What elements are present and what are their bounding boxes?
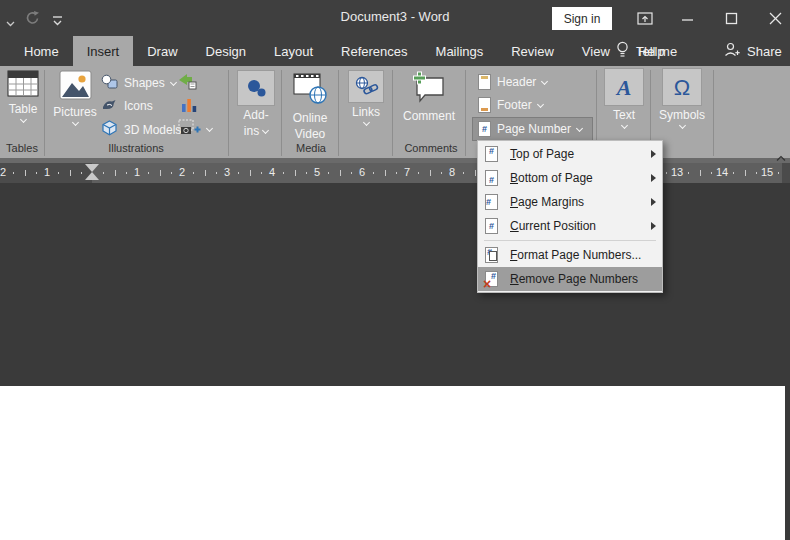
text-button[interactable]: A Text [601,68,647,128]
chart-button[interactable] [181,97,198,117]
submenu-arrow-icon [651,174,656,182]
ruler-number: 3 [224,166,230,178]
menu-separator [484,240,656,241]
icons-button[interactable]: Icons [101,97,153,115]
close-button[interactable] [760,0,790,36]
menu-item-top-of-page[interactable]: #Top of Page [478,142,662,166]
ruler-tick [36,172,37,174]
tell-me-button[interactable]: Tell me [616,36,677,66]
lightbulb-icon [616,41,629,61]
group-separator [713,70,714,156]
tab-design[interactable]: Design [192,36,260,66]
menu-item-label: Format Page Numbers... [510,248,641,262]
ruler[interactable]: 21123456789101112131415 [0,163,790,183]
menu-item-page-margins[interactable]: #Page Margins [478,190,662,214]
tab-review[interactable]: Review [497,36,568,66]
minimize-button[interactable] [672,0,702,36]
tell-me-label: Tell me [636,44,677,59]
tab-home[interactable]: Home [10,36,73,66]
ruler-number: 1 [134,166,140,178]
tab-references[interactable]: References [327,36,421,66]
ruler-tick [463,172,464,174]
pictures-icon [59,70,92,103]
group-separator [392,70,393,156]
document-page[interactable]: 1 [0,386,785,540]
3d-models-icon [101,120,118,139]
sign-in-button[interactable]: Sign in [552,7,612,30]
add-ins-icon [237,70,275,106]
chevron-down-icon [537,100,544,107]
menu-item-current-position[interactable]: #Current Position [478,214,662,238]
app-window: Document3 - Word Sign in HomeInsertDrawD… [0,0,790,540]
ruler-number: 5 [314,166,320,178]
current-position-icon: # [485,218,498,234]
ruler-tick [351,172,352,174]
ruler-tick [756,172,757,174]
tab-layout[interactable]: Layout [260,36,327,66]
smartart-button[interactable] [178,73,197,94]
first-line-indent-marker[interactable] [85,164,99,172]
group-separator [338,70,339,156]
submenu-arrow-icon [651,198,656,206]
pictures-label: Pictures [53,106,96,119]
symbols-button[interactable]: Ω Symbols [655,68,709,128]
comment-button[interactable]: Comment [398,70,460,123]
online-video-button[interactable]: Online Video [286,70,334,141]
page-number-icon: # [478,121,491,137]
ruler-number: 6 [359,166,365,178]
group-separator [281,70,282,156]
tab-mailings[interactable]: Mailings [422,36,498,66]
submenu-arrow-icon [651,150,656,158]
table-label: Table [9,103,38,116]
hanging-indent-marker[interactable] [85,172,99,180]
page-number-top-icon: # [485,146,498,162]
ruler-tick [148,172,149,174]
ruler-tick [373,172,374,174]
ribbon-display-options-button[interactable] [630,0,660,36]
chevron-down-icon [362,119,369,126]
menu-item-remove-page-numbers[interactable]: #×Remove Page Numbers [478,267,662,291]
ruler-tick [160,170,161,176]
ruler-tick [441,172,442,174]
menu-item-bottom-of-page[interactable]: #Bottom of Page [478,166,662,190]
smartart-icon [178,76,197,93]
header-button[interactable]: Header [478,74,547,90]
maximize-button[interactable] [716,0,746,36]
ruler-number: 8 [449,166,455,178]
shapes-button[interactable]: Shapes [101,74,176,92]
online-video-label-line1: Online [293,112,328,125]
page-number-bottom-icon: # [485,170,498,186]
tab-insert[interactable]: Insert [73,36,134,66]
ruler-right-margin [782,163,790,183]
group-label-media: Media [296,142,326,154]
ruler-tick [688,172,689,174]
table-button[interactable]: Table [2,70,44,122]
screenshot-button[interactable] [178,119,212,139]
ruler-tick [115,170,116,176]
text-label: Text [613,109,635,122]
add-ins-button[interactable]: Add- ins [233,70,279,138]
ruler-tick [171,172,172,174]
ruler-number: 14 [716,166,728,178]
chevron-down-icon [678,122,685,129]
header-label: Header [497,75,536,89]
format-page-numbers-icon: # [485,247,498,263]
submenu-arrow-icon [651,222,656,230]
page-number-button[interactable]: # Page Number [473,118,592,140]
menu-item-label: Current Position [510,219,596,233]
tab-draw[interactable]: Draw [133,36,191,66]
menu-item-label: Page Margins [510,195,584,209]
footer-button[interactable]: Footer [478,97,543,113]
chevron-down-icon [206,124,213,131]
ruler-tick [295,170,296,176]
menu-item-format-page-numbers[interactable]: #Format Page Numbers... [478,243,662,267]
screenshot-icon [178,119,201,139]
share-label: Share [747,44,782,59]
footer-label: Footer [497,98,532,112]
pictures-button[interactable]: Pictures [54,70,96,125]
links-button[interactable]: Links [343,70,389,125]
ruler-tick [385,170,386,176]
3d-models-button[interactable]: 3D Models [101,120,181,139]
share-button[interactable]: Share [724,36,782,66]
ruler-tick [13,172,14,174]
